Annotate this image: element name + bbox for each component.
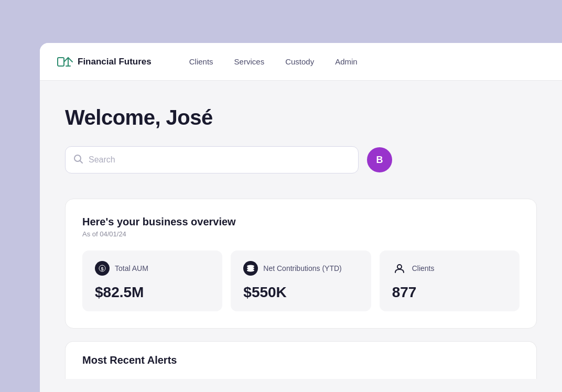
metric-card-total-aum: $ Total AUM $82.5M: [82, 251, 222, 311]
nav-links: Clients Services Custody Admin: [181, 53, 545, 70]
net-contributions-value: $550K: [243, 284, 358, 301]
main-content: Welcome, José B Here's your business ove…: [40, 81, 562, 392]
total-aum-value: $82.5M: [95, 284, 210, 301]
navbar: Financial Futures Clients Services Custo…: [40, 43, 562, 81]
net-contributions-label: Net Contributions (YTD): [263, 264, 341, 273]
net-contributions-icon: [243, 261, 258, 276]
overview-date: As of 04/01/24: [82, 230, 520, 238]
svg-rect-0: [58, 58, 64, 66]
brand-logo-icon: [57, 53, 73, 70]
clients-label: Clients: [412, 264, 435, 273]
metrics-row: $ Total AUM $82.5M: [82, 251, 520, 311]
brand-name: Financial Futures: [78, 57, 152, 67]
user-avatar[interactable]: B: [367, 147, 392, 172]
svg-text:$: $: [101, 266, 103, 271]
metric-card-clients: Clients 877: [380, 251, 520, 311]
nav-item-services[interactable]: Services: [226, 53, 273, 70]
metric-label-row-clients: Clients: [392, 261, 507, 276]
overview-card: Here's your business overview As of 04/0…: [65, 199, 537, 329]
svg-point-6: [247, 269, 254, 272]
nav-item-clients[interactable]: Clients: [181, 53, 222, 70]
metric-card-net-contributions: Net Contributions (YTD) $550K: [231, 251, 371, 311]
total-aum-label: Total AUM: [115, 264, 148, 273]
welcome-title: Welcome, José: [65, 106, 537, 129]
app-window: Financial Futures Clients Services Custo…: [40, 43, 562, 392]
search-container: [65, 146, 359, 173]
nav-item-admin[interactable]: Admin: [327, 53, 366, 70]
search-row: B: [65, 146, 537, 173]
metric-label-row-contributions: Net Contributions (YTD): [243, 261, 358, 276]
svg-point-7: [397, 265, 402, 269]
nav-item-custody[interactable]: Custody: [277, 53, 322, 70]
alerts-section: Most Recent Alerts: [65, 341, 537, 379]
clients-icon: [392, 261, 407, 276]
search-input[interactable]: [65, 146, 359, 173]
total-aum-icon: $: [95, 261, 110, 276]
metric-label-row-aum: $ Total AUM: [95, 261, 210, 276]
clients-value: 877: [392, 284, 507, 301]
overview-title: Here's your business overview: [82, 216, 520, 228]
brand: Financial Futures: [57, 53, 152, 70]
search-icon: [73, 154, 83, 166]
svg-point-1: [74, 155, 81, 161]
alerts-title: Most Recent Alerts: [82, 354, 520, 366]
